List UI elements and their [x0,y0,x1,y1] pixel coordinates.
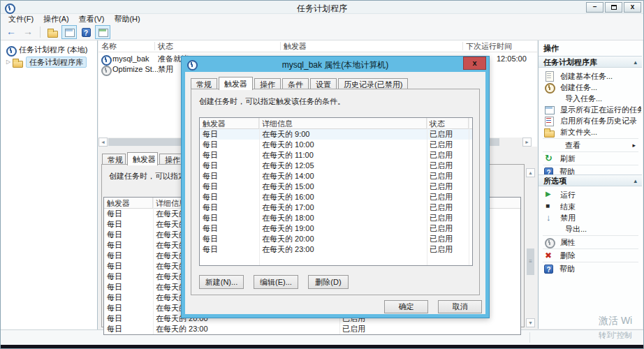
menu-help[interactable]: 帮助(H) [109,14,145,24]
maximize-button[interactable] [605,2,622,13]
show-hide-tree-button[interactable] [61,25,77,39]
watermark-line1: 激活 Wi [599,315,643,327]
trigger-row[interactable]: 每日 在每天的 20:00 已启用 [200,234,472,244]
column-separator[interactable] [462,42,463,50]
tree-item-root[interactable]: 任务计划程序 (本地) [1,44,97,56]
tree-item-library[interactable]: ▷ 任务计划程序库 [1,56,97,68]
dialog-close-button[interactable] [463,57,486,70]
scroll-left-icon[interactable]: ◄ [98,138,108,147]
action-create-task[interactable]: 创建任务... [539,82,641,93]
trigger-detail: 在每天的 14:00 [259,171,427,181]
action-enable-history[interactable]: 启用所有任务历史记录 [539,115,641,126]
delete-icon [543,250,555,261]
trigger-row[interactable]: 每日 在每天的 18:00 已启用 [200,213,472,223]
menu-action[interactable]: 操作(A) [38,14,74,24]
action-new-folder[interactable]: 新文件夹... [539,126,641,138]
trigger-type: 每日 [104,261,153,272]
trigger-detail: 在每天的 10:00 [259,140,427,150]
edit-trigger-button[interactable]: 编辑(E)... [254,275,298,289]
action-refresh[interactable]: 刷新 [539,153,641,164]
column-detail[interactable]: 详细信息 [259,118,427,128]
action-end[interactable]: 结束 [539,201,641,212]
trigger-type: 每日 [200,213,259,223]
action-disable[interactable]: 禁用 [539,212,641,223]
column-state[interactable]: 状态 [427,118,469,128]
tab-triggers[interactable]: 触发器 [127,152,158,165]
column-name[interactable]: 名称 [101,41,117,52]
history-icon [543,115,555,126]
scroll-up-icon[interactable]: ▲ [526,168,535,177]
minimize-button[interactable]: – [586,2,603,13]
menu-file[interactable]: 文件(F) [3,14,38,24]
column-trigger[interactable]: 触发器 [200,118,259,128]
column-trigger[interactable]: 触发器 [104,198,153,208]
scroll-right-icon[interactable]: ► [522,138,532,147]
trigger-detail: 在每天的 19:00 [259,223,427,234]
column-separator[interactable] [154,42,155,50]
show-hide-action-pane-button[interactable] [95,25,110,39]
trigger-detail: 在每天的 12:05 [259,161,427,171]
ok-button[interactable]: 确定 [384,300,428,313]
new-folder-icon [543,126,555,138]
console-tree-panel: 任务计划程序 (本地) ▷ 任务计划程序库 [1,40,98,329]
cancel-button[interactable]: 取消 [438,300,482,313]
section-library-label: 任务计划程序库 [543,58,597,66]
trigger-row[interactable]: 每日 在每天的 10:00 已启用 [200,140,472,150]
collapse-icon[interactable]: ▴ [634,175,637,186]
forward-button[interactable] [20,25,36,39]
action-help-selected[interactable]: 帮助 [539,263,641,274]
collapse-icon[interactable]: ▴ [634,57,637,68]
tab-triggers[interactable]: 触发器 [219,77,253,90]
new-trigger-button[interactable]: 新建(N)... [199,275,244,289]
action-delete[interactable]: 删除 [539,250,641,261]
delete-trigger-button[interactable]: 删除(D) [308,275,349,289]
toolbar [1,24,643,40]
expander-icon[interactable]: ▷ [5,59,12,65]
scroll-down-icon[interactable]: ▼ [526,318,535,327]
watermark-line2: 转到“控制 [599,330,643,341]
column-next-run[interactable]: 下次运行时间 [466,41,512,52]
trigger-row[interactable]: 每日 在每天的 23:00 已启用 [104,324,520,334]
action-import-task[interactable]: 导入任务... [539,93,641,104]
trigger-type: 每日 [200,234,259,244]
trigger-status: 已启用 [427,181,469,192]
column-status[interactable]: 状态 [158,41,173,52]
task-scheduler-window: 任务计划程序 – x 文件(F) 操作(A) 查看(V) 帮助(H) 任务计划程… [0,0,644,349]
trigger-row[interactable]: 每日 在每天的 9:00 已启用 [200,129,472,140]
section-library-header[interactable]: 任务计划程序库 ▴ [539,56,642,68]
menu-view[interactable]: 查看(V) [74,14,110,24]
trigger-row[interactable]: 每日 在每天的 14:00 已启用 [200,171,472,181]
action-view[interactable]: 查看▸ [539,140,641,151]
action-export[interactable]: 导出... [539,223,641,235]
column-separator[interactable] [280,42,281,50]
panes-icon [64,27,75,38]
trigger-row[interactable]: 每日 在每天的 15:00 已启用 [200,181,472,192]
separator [543,248,638,249]
trigger-row[interactable]: 每日 在每天的 12:05 已启用 [200,161,472,171]
console-tree-button[interactable] [45,25,60,39]
trigger-row[interactable]: 每日 在每天的 19:00 已启用 [200,223,472,234]
trigger-type: 每日 [104,219,153,230]
scrollbar-thumb[interactable]: ≡ [527,248,534,275]
action-create-basic-task[interactable]: 创建基本任务... [539,70,641,82]
column-triggers[interactable]: 触发器 [284,41,307,52]
action-show-running-tasks[interactable]: 显示所有正在运行的任务 [539,104,641,115]
help-toolbar-button[interactable] [78,25,94,39]
action-properties[interactable]: 属性 [539,237,641,248]
back-button[interactable] [3,25,19,39]
separator [543,235,638,236]
trigger-type: 每日 [104,240,153,251]
close-button[interactable]: x [624,2,641,13]
vertical-scrollbar[interactable]: ▲ ▼ ≡ [526,168,535,327]
action-run[interactable]: 运行 [539,189,641,200]
trigger-row[interactable]: 每日 在每天的 16:00 已启用 [200,192,472,202]
trigger-row[interactable]: 每日 在每天的 23:00 已启用 [200,244,472,255]
trigger-detail: 在每天的 18:00 [259,213,427,223]
task-name: mysql_bak [112,54,149,64]
trigger-type: 每日 [104,292,153,303]
trigger-row[interactable]: 每日 在每天的 17:00 已启用 [200,202,472,213]
trigger-row[interactable]: 每日 在每天的 11:00 已启用 [200,150,472,161]
section-selected-header[interactable]: 所选项 ▴ [539,174,642,186]
disable-icon [543,212,555,223]
actions-panel-title: 操作 [539,43,643,54]
